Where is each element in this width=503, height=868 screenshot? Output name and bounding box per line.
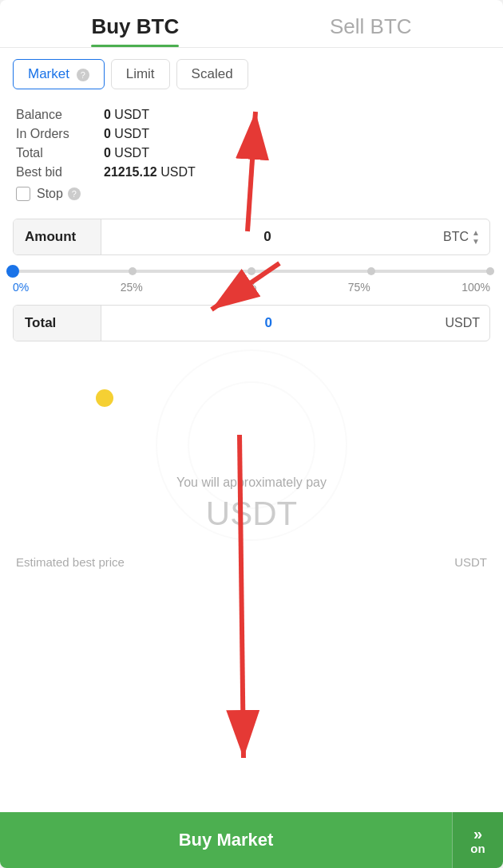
est-price-label: Estimated best price	[16, 555, 125, 569]
slider-thumb[interactable]	[6, 265, 19, 278]
total-info-value: 0 USDT	[104, 146, 149, 160]
slider-dot-75	[367, 267, 375, 275]
currency-arrows-icon[interactable]: ▲ ▼	[472, 228, 480, 246]
slider-labels: 0% 25% 50% 75% 100%	[13, 279, 490, 294]
stop-checkbox[interactable]	[16, 187, 30, 201]
stop-row: Stop ?	[16, 182, 487, 203]
tab-buy-btc[interactable]: Buy BTC	[91, 14, 179, 47]
in-orders-row: In Orders 0 USDT	[16, 124, 487, 144]
buy-button-row: Buy Market » on	[0, 812, 503, 868]
tab-scaled[interactable]: Scaled	[176, 59, 248, 89]
slider-dot-50	[248, 267, 255, 275]
buy-market-extra-button[interactable]: » on	[452, 812, 503, 868]
best-bid-value: 21215.12 USDT	[104, 165, 196, 180]
slider-track-wrapper	[13, 263, 490, 279]
watermark-area: You will approximately pay USDT	[0, 341, 503, 549]
tab-market[interactable]: Market ?	[13, 59, 105, 89]
tab-sell-btc[interactable]: Sell BTC	[330, 14, 412, 47]
amount-input[interactable]	[101, 219, 434, 254]
stop-help-icon[interactable]: ?	[68, 187, 81, 200]
in-orders-label: In Orders	[16, 127, 104, 141]
trading-panel: Buy BTC Sell BTC Market ? Limit Scaled B…	[0, 0, 503, 868]
buy-extra-label: on	[470, 842, 485, 855]
approx-pay-currency: USDT	[206, 495, 297, 533]
watermark-inner-circle	[188, 381, 315, 509]
total-field-currency: USDT	[435, 316, 489, 330]
main-tabs: Buy BTC Sell BTC	[0, 0, 503, 48]
amount-currency: BTC ▲ ▼	[434, 228, 489, 246]
balance-label: Balance	[16, 108, 104, 122]
amount-label: Amount	[14, 219, 101, 254]
balance-value: 0 USDT	[104, 108, 149, 122]
slider-section: 0% 25% 50% 75% 100%	[0, 255, 503, 298]
total-field-row: Total 0 USDT	[13, 305, 490, 341]
approx-pay-label: You will approximately pay	[176, 475, 327, 490]
yellow-dot	[96, 389, 113, 407]
best-bid-row: Best bid 21215.12 USDT	[16, 163, 487, 182]
market-help-icon[interactable]: ?	[77, 69, 89, 81]
best-bid-label: Best bid	[16, 165, 104, 180]
total-field-label: Total	[14, 306, 101, 341]
balance-row: Balance 0 USDT	[16, 105, 487, 124]
slider-dot-100	[486, 267, 494, 275]
double-chevron-icon: »	[473, 826, 482, 842]
total-field-value: 0	[101, 306, 435, 341]
total-info-label: Total	[16, 146, 104, 160]
buy-market-button[interactable]: Buy Market	[0, 812, 452, 868]
est-price-currency: USDT	[454, 555, 487, 569]
slider-dot-25	[129, 267, 137, 275]
slider-track	[13, 270, 490, 273]
info-section: Balance 0 USDT In Orders 0 USDT Total 0 …	[0, 101, 503, 211]
sub-tabs: Market ? Limit Scaled	[0, 48, 503, 89]
tab-limit[interactable]: Limit	[111, 59, 170, 89]
total-info-row: Total 0 USDT	[16, 144, 487, 163]
amount-field-row: Amount BTC ▲ ▼	[13, 219, 490, 255]
est-price-row: Estimated best price USDT	[0, 549, 503, 575]
in-orders-value: 0 USDT	[104, 127, 149, 141]
stop-label: Stop	[37, 187, 63, 201]
